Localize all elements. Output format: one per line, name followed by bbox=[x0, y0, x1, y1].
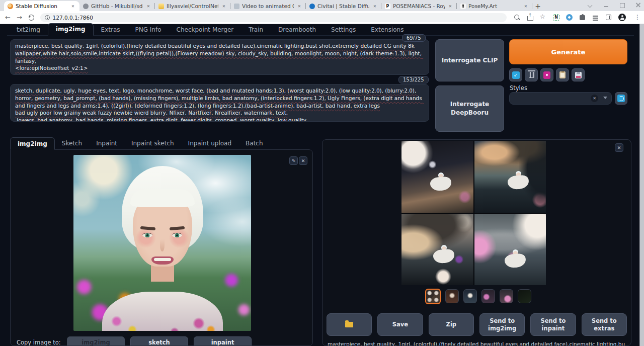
floppy-disk-icon bbox=[575, 72, 582, 78]
tab-close-icon[interactable] bbox=[523, 3, 529, 9]
huggingface-favicon bbox=[158, 4, 164, 9]
remove-image-icon[interactable] bbox=[299, 156, 307, 165]
browser-tab-civitai[interactable]: Civitai | Stable Diffusion model bbox=[306, 1, 381, 11]
browser-tab-posemaniacs[interactable]: P POSEMANIACS - Royalty free 3 bbox=[381, 1, 457, 11]
folder-icon bbox=[345, 322, 353, 327]
zoom-icon[interactable] bbox=[514, 14, 520, 21]
negative-prompt-textarea[interactable]: sketch, duplicate, ugly, huge eyes, text… bbox=[10, 84, 429, 122]
notion-extension-icon[interactable]: N bbox=[553, 14, 559, 21]
tab-batch[interactable]: Batch bbox=[238, 137, 270, 150]
site-info-icon[interactable] bbox=[45, 15, 50, 20]
save-style-button[interactable] bbox=[572, 68, 585, 81]
gallery-thumbnail[interactable] bbox=[463, 289, 477, 303]
browser-tab-stable-diffusion[interactable]: Stable Diffusion bbox=[4, 1, 79, 11]
extra-networks-button[interactable] bbox=[540, 68, 553, 81]
back-icon[interactable] bbox=[5, 14, 11, 21]
tab-close-icon[interactable] bbox=[70, 3, 76, 9]
copy-to-sketch-button[interactable]: sketch bbox=[130, 336, 188, 346]
share-icon[interactable] bbox=[527, 14, 533, 21]
posemyart-favicon bbox=[460, 4, 466, 9]
clear-styles-icon[interactable] bbox=[591, 95, 598, 102]
browser-tab-posemyart[interactable]: PoseMy.Art bbox=[457, 1, 532, 11]
extra-networks-card-icon bbox=[543, 71, 550, 79]
refresh-styles-button[interactable] bbox=[615, 92, 627, 105]
apply-styles-button[interactable] bbox=[556, 68, 569, 81]
gallery-thumbnail[interactable] bbox=[481, 289, 495, 303]
extensions-puzzle-icon[interactable] bbox=[579, 14, 586, 21]
tab-inpaint-sketch[interactable]: Inpaint sketch bbox=[124, 137, 181, 150]
tab-png-info[interactable]: PNG Info bbox=[128, 24, 169, 36]
scrollbar-thumb[interactable] bbox=[639, 24, 644, 346]
tab-dreambooth[interactable]: Dreambooth bbox=[271, 24, 324, 36]
tab-settings[interactable]: Settings bbox=[324, 24, 363, 36]
browser-menu-icon[interactable] bbox=[632, 14, 639, 21]
browser-tab-title: Stable Diffusion bbox=[16, 3, 67, 9]
generate-button[interactable]: Generate bbox=[509, 39, 627, 64]
tab-close-icon[interactable] bbox=[296, 3, 302, 9]
browser-tab-github[interactable]: GitHub - Mikubill/sd-webui-con bbox=[79, 1, 155, 11]
edit-image-icon[interactable] bbox=[289, 156, 298, 165]
tab-extras[interactable]: Extras bbox=[94, 24, 128, 36]
source-image-panel: Copy image to: img2img sketch inpaint bbox=[10, 149, 313, 346]
browser-tab-gif-converter[interactable]: Video to animated GIF converter bbox=[230, 1, 306, 11]
send-to-inpaint-button[interactable]: Send to inpaint bbox=[530, 313, 576, 336]
window-maximize-icon[interactable] bbox=[620, 3, 625, 8]
refresh-icon bbox=[617, 95, 625, 102]
tab-img2img[interactable]: img2img bbox=[48, 23, 94, 36]
close-gallery-icon[interactable] bbox=[615, 143, 623, 152]
generated-image-grid[interactable] bbox=[401, 141, 546, 285]
copy-to-inpaint-button[interactable]: inpaint bbox=[194, 336, 252, 346]
tab-close-icon[interactable] bbox=[372, 3, 378, 9]
forward-icon[interactable] bbox=[17, 14, 22, 21]
gallery-thumbnail[interactable] bbox=[518, 289, 531, 303]
gallery-thumbnail-grid[interactable] bbox=[425, 289, 441, 304]
new-tab-button[interactable] bbox=[532, 1, 543, 11]
styles-dropdown[interactable] bbox=[509, 92, 612, 105]
send-to-extras-button[interactable]: Send to extras bbox=[582, 313, 627, 336]
gallery-thumbnails bbox=[425, 288, 531, 304]
tab-checkpoint-merger[interactable]: Checkpoint Merger bbox=[169, 24, 242, 36]
tab-search-icon[interactable] bbox=[588, 3, 593, 8]
profile-avatar[interactable] bbox=[618, 14, 626, 21]
interrogate-deepbooru-button[interactable]: Interrogate DeepBooru bbox=[435, 85, 504, 132]
copy-image-row: Copy image to: img2img sketch inpaint bbox=[11, 336, 312, 346]
figure bbox=[500, 249, 530, 275]
tab-train[interactable]: Train bbox=[241, 24, 271, 36]
tab-close-icon[interactable] bbox=[145, 3, 151, 9]
generated-image-4[interactable] bbox=[474, 214, 546, 286]
tab-close-icon[interactable] bbox=[447, 3, 453, 9]
tab-img2img-mode[interactable]: img2img bbox=[10, 137, 55, 150]
prompt-textarea[interactable]: masterpiece, best quality, 1girl, (color… bbox=[10, 39, 429, 75]
paste-params-button[interactable] bbox=[509, 68, 522, 81]
browser-tab-controlnet[interactable]: Illyasviel/ControlNet at main bbox=[155, 1, 230, 11]
generated-image-2[interactable] bbox=[474, 141, 546, 213]
gallery-thumbnail[interactable] bbox=[500, 289, 513, 303]
send-to-img2img-button[interactable]: Send to img2img bbox=[479, 313, 525, 336]
zip-button[interactable]: Zip bbox=[429, 313, 474, 336]
generated-image-3[interactable] bbox=[401, 214, 473, 286]
generation-info-text: masterpiece, best quality, 1girl, (color… bbox=[328, 341, 625, 346]
address-bar[interactable]: 127.0.0.1:7860 bbox=[40, 13, 507, 22]
figure bbox=[429, 245, 459, 270]
tab-txt2img[interactable]: txt2img bbox=[9, 24, 48, 36]
interrogate-clip-button[interactable]: Interrogate CLIP bbox=[435, 39, 504, 81]
source-image[interactable] bbox=[73, 155, 251, 331]
side-panel-icon[interactable] bbox=[605, 14, 612, 21]
tab-inpaint[interactable]: Inpaint bbox=[89, 137, 124, 150]
tab-inpaint-upload[interactable]: Inpaint upload bbox=[181, 137, 238, 150]
tab-close-icon[interactable] bbox=[221, 3, 227, 9]
window-minimize-icon[interactable] bbox=[604, 3, 609, 8]
clear-prompt-button[interactable] bbox=[525, 68, 538, 81]
posemaniacs-favicon: P bbox=[385, 4, 390, 9]
blue-extension-icon[interactable] bbox=[566, 14, 573, 21]
save-button[interactable]: Save bbox=[377, 313, 423, 336]
reading-list-icon[interactable] bbox=[592, 14, 599, 21]
bookmark-star-icon[interactable] bbox=[540, 14, 546, 21]
gallery-thumbnail[interactable] bbox=[445, 289, 459, 303]
reload-icon[interactable] bbox=[28, 15, 34, 21]
open-folder-button[interactable] bbox=[327, 313, 372, 336]
prompt-tool-buttons bbox=[509, 68, 585, 81]
tab-sketch[interactable]: Sketch bbox=[55, 137, 89, 150]
generated-image-1[interactable] bbox=[401, 141, 473, 213]
window-close-icon[interactable] bbox=[636, 3, 641, 8]
